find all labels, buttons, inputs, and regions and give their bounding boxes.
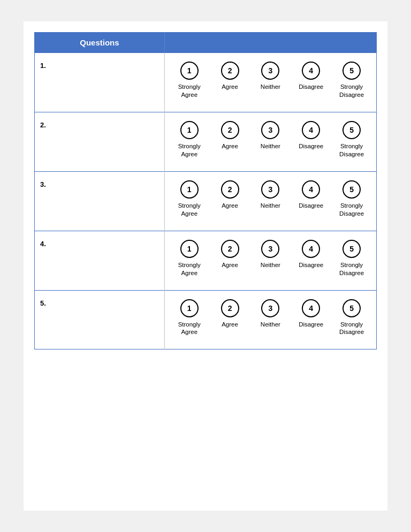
option-item[interactable]: 4Disagree [291, 62, 331, 91]
option-item[interactable]: 3Neither [250, 299, 291, 329]
option-circle[interactable]: 1 [180, 121, 199, 139]
question-number: 1. [35, 53, 165, 112]
option-item[interactable]: 4Disagree [291, 180, 331, 210]
options-cell: 1StronglyAgree2Agree3Neither4Disagree5St… [164, 290, 376, 349]
option-label: Agree [222, 142, 238, 150]
option-item[interactable]: 5StronglyDisagree [331, 121, 372, 158]
option-item[interactable]: 1StronglyAgree [169, 240, 210, 277]
option-circle[interactable]: 2 [221, 121, 239, 139]
option-label: Disagree [299, 321, 323, 329]
option-label: Neither [261, 202, 280, 210]
table-row: 3.1StronglyAgree2Agree3Neither4Disagree5… [35, 171, 377, 231]
option-label: StronglyAgree [178, 261, 201, 277]
options-cell: 1StronglyAgree2Agree3Neither4Disagree5St… [164, 171, 376, 231]
option-item[interactable]: 2Agree [210, 180, 250, 210]
option-circle[interactable]: 5 [342, 299, 361, 317]
option-item[interactable]: 2Agree [210, 240, 250, 269]
option-item[interactable]: 2Agree [210, 121, 250, 150]
table-row: 1.1StronglyAgree2Agree3Neither4Disagree5… [35, 53, 377, 112]
option-label: StronglyDisagree [339, 261, 364, 277]
option-label: Neither [261, 261, 280, 269]
question-number: 5. [35, 290, 165, 349]
table-row: 4.1StronglyAgree2Agree3Neither4Disagree5… [35, 231, 377, 290]
options-header [164, 33, 376, 53]
option-label: StronglyDisagree [339, 321, 364, 337]
table-header-row: Questions [35, 33, 377, 53]
option-label: Disagree [299, 142, 323, 150]
option-item[interactable]: 1StronglyAgree [169, 180, 210, 218]
option-item[interactable]: 3Neither [250, 240, 291, 269]
option-circle[interactable]: 4 [302, 180, 320, 199]
question-number: 2. [35, 112, 165, 171]
option-item[interactable]: 4Disagree [291, 121, 331, 150]
option-item[interactable]: 4Disagree [291, 299, 331, 329]
options-cell: 1StronglyAgree2Agree3Neither4Disagree5St… [164, 53, 376, 112]
option-circle[interactable]: 4 [302, 62, 320, 80]
option-label: Agree [222, 261, 238, 269]
option-label: StronglyDisagree [339, 202, 364, 218]
option-circle[interactable]: 5 [342, 62, 361, 80]
option-circle[interactable]: 3 [261, 299, 279, 317]
option-label: Neither [261, 142, 280, 150]
option-label: Neither [261, 83, 280, 91]
option-circle[interactable]: 3 [261, 240, 279, 258]
option-circle[interactable]: 2 [221, 299, 239, 317]
option-circle[interactable]: 2 [221, 62, 239, 80]
option-circle[interactable]: 2 [221, 180, 239, 199]
option-label: StronglyDisagree [339, 83, 364, 99]
option-circle[interactable]: 3 [261, 121, 279, 139]
option-label: Agree [222, 321, 238, 329]
option-item[interactable]: 5StronglyDisagree [331, 62, 372, 99]
questions-header: Questions [35, 33, 165, 53]
option-item[interactable]: 1StronglyAgree [169, 121, 210, 158]
table-row: 2.1StronglyAgree2Agree3Neither4Disagree5… [35, 112, 377, 171]
option-item[interactable]: 5StronglyDisagree [331, 180, 372, 218]
page-container: Questions 1.1StronglyAgree2Agree3Neither… [24, 21, 387, 511]
option-item[interactable]: 3Neither [250, 121, 291, 150]
option-label: StronglyDisagree [339, 142, 364, 158]
option-circle[interactable]: 3 [261, 180, 279, 199]
option-item[interactable]: 4Disagree [291, 240, 331, 269]
option-label: StronglyAgree [178, 321, 201, 337]
survey-table: Questions 1.1StronglyAgree2Agree3Neither… [34, 32, 377, 349]
table-row: 5.1StronglyAgree2Agree3Neither4Disagree5… [35, 290, 377, 349]
option-circle[interactable]: 3 [261, 62, 279, 80]
option-label: StronglyAgree [178, 202, 201, 218]
option-label: Disagree [299, 83, 323, 91]
options-cell: 1StronglyAgree2Agree3Neither4Disagree5St… [164, 112, 376, 171]
question-number: 3. [35, 171, 165, 231]
option-item[interactable]: 2Agree [210, 299, 250, 329]
option-label: StronglyAgree [178, 83, 201, 99]
options-cell: 1StronglyAgree2Agree3Neither4Disagree5St… [164, 231, 376, 290]
option-circle[interactable]: 5 [342, 240, 361, 258]
option-item[interactable]: 3Neither [250, 180, 291, 210]
option-circle[interactable]: 2 [221, 240, 239, 258]
question-number: 4. [35, 231, 165, 290]
option-item[interactable]: 1StronglyAgree [169, 299, 210, 337]
option-circle[interactable]: 4 [302, 299, 320, 317]
option-label: Disagree [299, 202, 323, 210]
option-circle[interactable]: 1 [180, 180, 199, 199]
option-label: Agree [222, 83, 238, 91]
option-label: Agree [222, 202, 238, 210]
option-circle[interactable]: 1 [180, 299, 199, 317]
option-item[interactable]: 5StronglyDisagree [331, 240, 372, 277]
option-circle[interactable]: 1 [180, 240, 199, 258]
option-label: Neither [261, 321, 280, 329]
option-label: StronglyAgree [178, 142, 201, 158]
option-circle[interactable]: 5 [342, 180, 361, 199]
option-item[interactable]: 1StronglyAgree [169, 62, 210, 99]
option-circle[interactable]: 4 [302, 121, 320, 139]
option-item[interactable]: 2Agree [210, 62, 250, 91]
option-item[interactable]: 3Neither [250, 62, 291, 91]
option-circle[interactable]: 4 [302, 240, 320, 258]
option-circle[interactable]: 1 [180, 62, 199, 80]
option-label: Disagree [299, 261, 323, 269]
option-circle[interactable]: 5 [342, 121, 361, 139]
option-item[interactable]: 5StronglyDisagree [331, 299, 372, 337]
